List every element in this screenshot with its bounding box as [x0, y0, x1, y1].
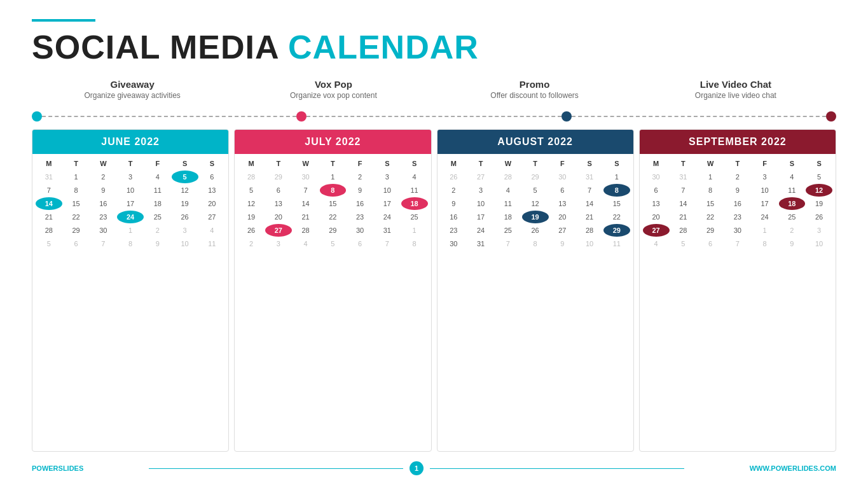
- calendar-cal-august: AUGUST 2022MTWTFSS2627282930311234567891…: [437, 129, 634, 452]
- calendar-day-cell: 29: [603, 224, 630, 237]
- calendar-day-cell: 8: [401, 237, 428, 250]
- calendar-day-header: F: [752, 157, 778, 170]
- calendar-day-header: T: [265, 157, 292, 170]
- calendar-day-cell: 17: [374, 197, 401, 210]
- calendar-day-cell: 30: [347, 224, 373, 237]
- category-voxpop-subtitle: Organize vox pop content: [233, 91, 434, 100]
- page: SOCIAL MEDIA CALENDAR Giveaway Organize …: [0, 0, 868, 488]
- calendar-week-row: 31123456: [36, 171, 225, 183]
- calendar-day-header: M: [441, 157, 467, 170]
- calendar-day-cell: 20: [549, 211, 576, 223]
- categories-row: Giveaway Organize giveaway activities Vo…: [32, 79, 836, 100]
- calendar-day-cell: 3: [117, 171, 144, 183]
- calendar-week-row: 2829301234: [238, 171, 427, 183]
- calendar-day-cell: 3: [752, 171, 778, 183]
- calendar-day-cell: 5: [172, 171, 198, 183]
- calendar-day-cell: 10: [117, 184, 144, 197]
- calendar-day-cell: 10: [172, 237, 198, 250]
- calendar-day-cell: 20: [643, 211, 670, 223]
- category-voxpop-title: Vox Pop: [233, 79, 434, 90]
- calendar-day-cell: 8: [117, 237, 144, 250]
- calendar-week-row: 2345678: [238, 237, 427, 250]
- calendar-day-cell: 11: [495, 197, 521, 210]
- calendar-day-cell: 7: [374, 237, 401, 250]
- calendar-day-cell: 22: [603, 211, 630, 223]
- footer-center: 1: [149, 461, 684, 475]
- calendar-day-cell: 22: [320, 211, 347, 223]
- calendar-day-cell: 12: [522, 197, 549, 210]
- calendar-day-cell: 2: [90, 171, 117, 183]
- calendar-day-cell: 2: [779, 224, 806, 237]
- calendar-day-cell: 7: [90, 237, 117, 250]
- calendar-day-cell: 23: [724, 211, 751, 223]
- category-voxpop: Vox Pop Organize vox pop content: [233, 79, 434, 100]
- calendar-days-header-row: MTWTFSS: [643, 157, 832, 170]
- category-giveaway: Giveaway Organize giveaway activities: [32, 79, 233, 100]
- calendar-day-cell: 30: [549, 171, 576, 183]
- calendar-week-row: 27282930123: [643, 224, 832, 237]
- timeline-dot-livevideochat: [826, 111, 836, 122]
- calendar-week-row: 2627282930311: [238, 224, 427, 237]
- calendar-day-cell: 11: [401, 184, 428, 197]
- calendar-day-cell: 7: [36, 184, 62, 197]
- category-promo-subtitle: Offer discount to followers: [434, 91, 635, 100]
- calendar-week-row: 16171819202122: [441, 211, 630, 223]
- calendar-day-cell: 10: [806, 237, 832, 250]
- calendar-day-cell: 5: [806, 171, 832, 183]
- calendar-day-cell: 4: [779, 171, 806, 183]
- calendar-day-cell: 2: [724, 171, 751, 183]
- calendar-day-cell: 5: [522, 184, 549, 197]
- title-part2: CALENDAR: [288, 29, 479, 66]
- calendar-day-cell: 28: [36, 224, 62, 237]
- calendar-day-cell: 4: [401, 171, 428, 183]
- calendar-day-cell: 16: [90, 197, 117, 210]
- calendar-day-header: S: [603, 157, 630, 170]
- calendar-day-cell: 28: [670, 224, 697, 237]
- calendar-day-header: W: [495, 157, 521, 170]
- calendar-day-cell: 20: [265, 211, 292, 223]
- calendar-day-cell: 4: [293, 237, 319, 250]
- calendar-day-cell: 14: [670, 197, 697, 210]
- calendar-day-cell: 15: [63, 197, 90, 210]
- calendar-day-header: S: [172, 157, 198, 170]
- timeline-dot-promo: [561, 111, 572, 122]
- calendar-day-cell: 5: [670, 237, 697, 250]
- calendar-day-cell: 1: [117, 224, 144, 237]
- calendar-day-cell: 20: [199, 197, 226, 210]
- calendar-day-cell: 24: [467, 224, 494, 237]
- calendar-day-cell: 27: [549, 224, 576, 237]
- calendar-day-cell: 25: [495, 224, 521, 237]
- calendar-day-cell: 23: [90, 211, 117, 223]
- calendar-week-row: 45678910: [643, 237, 832, 250]
- calendar-day-header: S: [576, 157, 603, 170]
- calendar-day-cell: 9: [779, 237, 806, 250]
- category-giveaway-title: Giveaway: [32, 79, 233, 90]
- calendar-week-row: 13141516171819: [643, 197, 832, 210]
- calendar-day-cell: 21: [670, 211, 697, 223]
- calendar-day-header: T: [522, 157, 549, 170]
- calendar-day-cell: 28: [238, 171, 265, 183]
- page-title: SOCIAL MEDIA CALENDAR: [32, 28, 836, 66]
- calendar-day-cell: 26: [806, 211, 832, 223]
- category-livevideochat-subtitle: Organize live video chat: [635, 91, 836, 100]
- calendar-day-cell: 6: [63, 237, 90, 250]
- calendar-day-cell: 1: [401, 224, 428, 237]
- calendar-day-cell: 4: [643, 237, 670, 250]
- calendar-day-cell: 10: [467, 197, 494, 210]
- calendar-day-header: S: [806, 157, 832, 170]
- calendar-day-cell: 27: [643, 224, 670, 237]
- calendar-day-cell: 7: [293, 184, 319, 197]
- calendar-day-cell: 30: [441, 237, 467, 250]
- calendar-week-row: 303112345: [643, 171, 832, 183]
- calendar-days-header-row: MTWTFSS: [441, 157, 630, 170]
- calendar-day-cell: 15: [697, 197, 724, 210]
- calendar-day-cell: 1: [603, 171, 630, 183]
- calendar-day-cell: 14: [576, 197, 603, 210]
- calendar-day-cell: 2: [144, 224, 171, 237]
- calendar-week-row: 23242526272829: [441, 224, 630, 237]
- calendar-day-cell: 28: [293, 224, 319, 237]
- calendar-day-cell: 29: [63, 224, 90, 237]
- calendar-day-cell: 26: [238, 224, 265, 237]
- calendar-day-header: F: [144, 157, 171, 170]
- calendar-day-cell: 1: [63, 171, 90, 183]
